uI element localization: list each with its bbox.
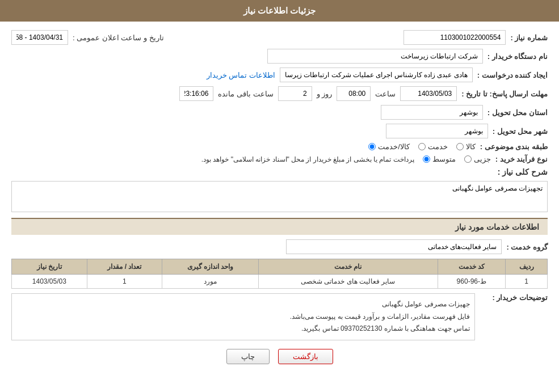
- city-input[interactable]: [386, 124, 488, 138]
- buyer-org-label: نام دستگاه خریدار :: [487, 52, 548, 61]
- purchase-partial-radio[interactable]: [464, 155, 472, 163]
- page-title: جزئیات اطلاعات نیاز: [243, 6, 316, 15]
- services-section-label: اطلاعات خدمات مورد نیاز: [455, 222, 539, 231]
- service-group-input[interactable]: [286, 239, 502, 254]
- need-number-row: شماره نیاز : تاریخ و ساعت اعلان عمومی :: [11, 30, 548, 45]
- category-service-radio[interactable]: [418, 143, 426, 150]
- days-input[interactable]: [278, 86, 312, 101]
- reply-time-label: ساعت: [375, 90, 396, 98]
- buyer-desc-label: توضیحات خریدار :: [480, 293, 548, 302]
- contact-link[interactable]: اطلاعات تماس خریدار: [207, 71, 275, 79]
- category-goods-service-radio[interactable]: [368, 143, 376, 150]
- announce-date-label: تاریخ و ساعت اعلان عمومی :: [73, 33, 164, 42]
- col-date: تاریخ نیاز: [12, 259, 87, 275]
- table-cell-unit: مورد: [162, 275, 259, 289]
- col-service-code: کد خدمت: [438, 259, 505, 275]
- creator-label: ایجاد کننده درخواست :: [477, 71, 548, 79]
- need-number-input[interactable]: [404, 30, 506, 45]
- col-service-name: نام خدمت: [259, 259, 438, 275]
- table-row: 1ط-96-960سایر فعالیت های خدماتی شخصیمورد…: [12, 275, 548, 289]
- services-section-title: اطلاعات خدمات مورد نیاز: [11, 218, 548, 235]
- creator-row: ایجاد کننده درخواست : اطلاعات تماس خریدا…: [11, 68, 548, 82]
- col-quantity: تعداد / مقدار: [87, 259, 162, 275]
- purchase-note: پرداخت تمام یا بخشی از مبلغ خریدار از مح…: [201, 155, 414, 163]
- creator-input[interactable]: [280, 68, 473, 82]
- need-desc-textarea[interactable]: تجهیزات مصرفی عوامل نگهبانی: [11, 181, 548, 212]
- col-row-num: ردیف: [506, 259, 548, 275]
- buyer-desc-line-2: فایل فهرست مقادیر، الزامات و برآورد قیمت…: [16, 311, 470, 323]
- province-label: استان محل تحویل :: [487, 108, 548, 117]
- category-goods-service-label[interactable]: کالا/خدمت: [368, 142, 410, 151]
- back-button[interactable]: بازگشت: [278, 349, 333, 364]
- purchase-partial-label[interactable]: جزیی: [464, 155, 491, 163]
- services-table: ردیف کد خدمت نام خدمت واحد اندازه گیری ت…: [11, 259, 548, 289]
- province-row: استان محل تحویل :: [11, 105, 548, 120]
- category-label: طبقه بندی موضوعی :: [480, 142, 548, 151]
- purchase-type-options: جزیی متوسط پرداخت تمام یا بخشی از مبلغ خ…: [201, 155, 491, 163]
- category-service-text: خدمت: [428, 142, 448, 151]
- category-goods-label[interactable]: کالا: [456, 142, 476, 151]
- category-goods-service-text: کالا/خدمت: [378, 142, 410, 151]
- service-group-label: گروه خدمت :: [506, 243, 548, 251]
- province-input[interactable]: [381, 105, 483, 120]
- remaining-label: ساعت باقی مانده: [218, 90, 273, 98]
- purchase-partial-text: جزیی: [474, 155, 491, 163]
- buyer-org-input[interactable]: [267, 49, 483, 64]
- purchase-medium-label[interactable]: متوسط: [423, 155, 456, 163]
- reply-time-input[interactable]: [337, 86, 371, 101]
- need-number-label: شماره نیاز :: [510, 33, 548, 42]
- category-radio-group: کالا خدمت کالا/خدمت: [368, 142, 476, 151]
- category-service-label[interactable]: خدمت: [418, 142, 448, 151]
- buyer-desc-line-3: تماس جهت هماهنگی با شماره 09370252130 تم…: [16, 323, 470, 335]
- purchase-type-label: نوع فرآیند خرید :: [495, 155, 548, 163]
- purchase-medium-text: متوسط: [432, 155, 456, 163]
- reply-date-input[interactable]: [400, 86, 457, 101]
- category-row: طبقه بندی موضوعی : کالا خدمت کالا/خدمت: [11, 142, 548, 151]
- table-cell-date: 1403/05/03: [12, 275, 87, 289]
- table-cell-quantity: 1: [87, 275, 162, 289]
- buyer-desc-box: جهیزات مصرفی عوامل نگهبانی فایل فهرست مق…: [11, 293, 475, 340]
- col-unit: واحد اندازه گیری: [162, 259, 259, 275]
- purchase-type-row: نوع فرآیند خرید : جزیی متوسط پرداخت تمام…: [11, 155, 548, 163]
- buyer-desc-row: توضیحات خریدار : جهیزات مصرفی عوامل نگهب…: [11, 293, 548, 340]
- page-header: جزئیات اطلاعات نیاز: [0, 0, 559, 22]
- announce-date-input[interactable]: [11, 30, 68, 45]
- need-desc-row: شرح کلی نیاز : تجهیزات مصرفی عوامل نگهبا…: [11, 167, 548, 212]
- days-label: روز و: [317, 90, 333, 98]
- table-header-row: ردیف کد خدمت نام خدمت واحد اندازه گیری ت…: [12, 259, 548, 275]
- service-group-row: گروه خدمت :: [11, 239, 548, 254]
- reply-deadline-row: مهلت ارسال پاسخ: تا تاریخ : ساعت روز و س…: [11, 86, 548, 101]
- page-wrapper: جزئیات اطلاعات نیاز شماره نیاز : تاریخ و…: [0, 0, 559, 392]
- city-row: شهر محل تحویل :: [11, 124, 548, 138]
- table-cell-name: سایر فعالیت های خدماتی شخصی: [259, 275, 438, 289]
- buyer-desc-line-1: جهیزات مصرفی عوامل نگهبانی: [16, 298, 470, 311]
- need-desc-section-title: شرح کلی نیاز :: [480, 167, 548, 176]
- city-label: شهر محل تحویل :: [493, 127, 548, 136]
- category-goods-text: کالا: [466, 142, 476, 151]
- reply-deadline-label: مهلت ارسال پاسخ: تا تاریخ :: [461, 90, 548, 98]
- table-cell-row: 1: [506, 275, 548, 289]
- remaining-input[interactable]: [179, 86, 213, 101]
- print-button[interactable]: چاپ: [226, 349, 270, 364]
- category-goods-radio[interactable]: [456, 143, 464, 150]
- purchase-medium-radio[interactable]: [423, 155, 430, 163]
- table-cell-code: ط-96-960: [438, 275, 505, 289]
- buttons-row: بازگشت چاپ: [11, 349, 548, 373]
- main-content: شماره نیاز : تاریخ و ساعت اعلان عمومی : …: [0, 22, 559, 381]
- buyer-org-row: نام دستگاه خریدار :: [11, 49, 548, 64]
- need-desc-label: شرح کلی نیاز :: [498, 167, 548, 176]
